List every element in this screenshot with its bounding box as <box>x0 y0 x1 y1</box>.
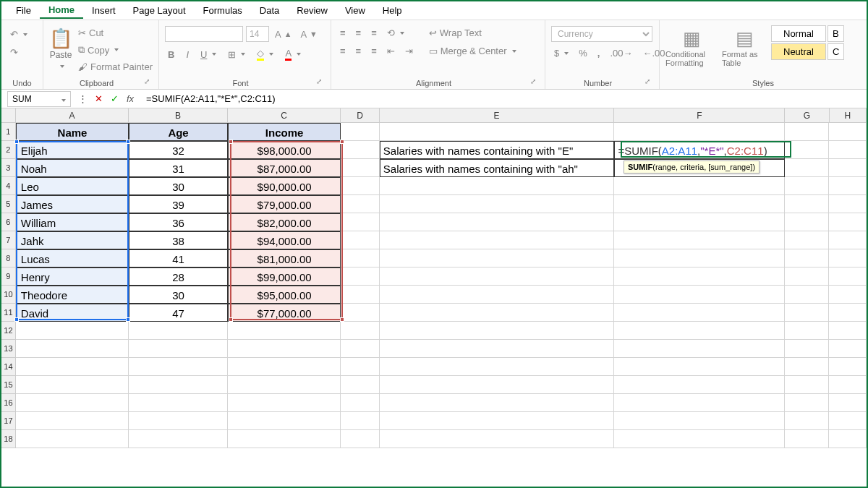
G3[interactable] <box>785 159 829 177</box>
comma-format-button[interactable]: , <box>595 46 603 60</box>
D15[interactable] <box>341 376 380 394</box>
name-box[interactable]: SUM <box>7 91 71 107</box>
row-header-15[interactable]: 15 <box>1 376 16 394</box>
F14[interactable] <box>614 358 785 376</box>
E17[interactable] <box>380 412 615 430</box>
row-header-4[interactable]: 4 <box>1 177 16 195</box>
cell-age-6[interactable]: 36 <box>129 213 228 231</box>
G14[interactable] <box>785 358 829 376</box>
increase-decimal-button[interactable]: .00→ <box>607 46 635 60</box>
font-size-select[interactable] <box>246 26 269 42</box>
align-middle-button[interactable]: ≡ <box>353 26 365 40</box>
menu-formulas[interactable]: Formulas <box>195 3 251 18</box>
G18[interactable] <box>785 430 829 448</box>
F15[interactable] <box>614 376 785 394</box>
header-name[interactable]: Name <box>16 123 129 141</box>
alignment-launcher[interactable]: ⤢ <box>530 77 539 89</box>
F8[interactable] <box>614 249 785 267</box>
H6[interactable] <box>829 213 867 231</box>
decrease-font-button[interactable]: A▼ <box>297 27 320 41</box>
row-header-17[interactable]: 17 <box>1 412 16 430</box>
E13[interactable] <box>380 340 615 358</box>
percent-format-button[interactable]: % <box>576 46 590 60</box>
H13[interactable] <box>829 340 867 358</box>
E2[interactable]: Salaries with names containing with "E" <box>380 141 615 159</box>
cell-name-10[interactable]: Theodore <box>16 286 129 304</box>
cell-income-10[interactable]: $95,000.00 <box>228 286 341 304</box>
D5[interactable] <box>341 195 380 213</box>
F6[interactable] <box>614 213 785 231</box>
F5[interactable] <box>614 195 785 213</box>
E15[interactable] <box>380 376 615 394</box>
B17[interactable] <box>129 412 228 430</box>
format-painter-button[interactable]: 🖌Format Painter <box>75 60 156 74</box>
indent-decrease-button[interactable]: ⇤ <box>384 44 398 58</box>
cell-age-3[interactable]: 31 <box>129 159 228 177</box>
A16[interactable] <box>16 394 129 412</box>
cell-age-10[interactable]: 30 <box>129 286 228 304</box>
G4[interactable] <box>785 177 829 195</box>
H1[interactable] <box>829 123 867 141</box>
H14[interactable] <box>829 358 867 376</box>
cell-name-8[interactable]: Lucas <box>16 249 129 267</box>
cut-button[interactable]: ✂Cut <box>75 26 156 40</box>
G6[interactable] <box>785 213 829 231</box>
cell-style-normal[interactable]: Normal <box>771 25 826 42</box>
cell-name-5[interactable]: James <box>16 195 129 213</box>
number-launcher[interactable]: ⤢ <box>644 77 653 89</box>
align-bottom-button[interactable]: ≡ <box>368 26 380 40</box>
increase-font-button[interactable]: A▲ <box>272 27 294 41</box>
E1[interactable] <box>380 123 615 141</box>
font-name-select[interactable] <box>165 26 243 42</box>
merge-center-button[interactable]: ▭Merge & Center <box>426 44 519 58</box>
row-header-11[interactable]: 11 <box>1 304 16 322</box>
C18[interactable] <box>228 430 341 448</box>
A17[interactable] <box>16 412 129 430</box>
F10[interactable] <box>614 286 785 304</box>
align-top-button[interactable]: ≡ <box>337 26 349 40</box>
C17[interactable] <box>228 412 341 430</box>
borders-button[interactable]: ⊞ <box>225 48 248 61</box>
cell-name-9[interactable]: Henry <box>16 267 129 286</box>
F2[interactable]: =SUMIF(A2:A11,"*E*",C2:C11) <box>614 141 785 159</box>
font-color-button[interactable]: A <box>282 46 304 62</box>
row-header-8[interactable]: 8 <box>1 249 16 267</box>
indent-increase-button[interactable]: ⇥ <box>402 44 416 58</box>
clipboard-launcher[interactable]: ⤢ <box>144 77 153 89</box>
row-header-9[interactable]: 9 <box>1 267 16 286</box>
E12[interactable] <box>380 322 615 340</box>
cell-income-9[interactable]: $99,000.00 <box>228 267 341 286</box>
H7[interactable] <box>829 231 867 249</box>
cell-name-2[interactable]: Elijah <box>16 141 129 159</box>
D17[interactable] <box>341 412 380 430</box>
C14[interactable] <box>228 358 341 376</box>
E3[interactable]: Salaries with names containing with "ah" <box>380 159 615 177</box>
bold-button[interactable]: B <box>165 48 177 61</box>
cell-income-7[interactable]: $94,000.00 <box>228 231 341 249</box>
row-header-7[interactable]: 7 <box>1 231 16 249</box>
D16[interactable] <box>341 394 380 412</box>
E7[interactable] <box>380 231 615 249</box>
A18[interactable] <box>16 430 129 448</box>
H18[interactable] <box>829 430 867 448</box>
G5[interactable] <box>785 195 829 213</box>
col-header-H[interactable]: H <box>830 108 867 123</box>
G11[interactable] <box>785 304 829 322</box>
header-income[interactable]: Income <box>228 123 341 141</box>
conditional-formatting-button[interactable]: ▦ Conditional Formatting <box>665 23 718 67</box>
H17[interactable] <box>829 412 867 430</box>
cancel-formula-button[interactable]: ✕ <box>91 93 106 104</box>
E14[interactable] <box>380 358 615 376</box>
enter-formula-button[interactable]: ✓ <box>107 93 122 104</box>
cell-income-4[interactable]: $90,000.00 <box>228 177 341 195</box>
F16[interactable] <box>614 394 785 412</box>
cell-name-3[interactable]: Noah <box>16 159 129 177</box>
B13[interactable] <box>129 340 228 358</box>
B12[interactable] <box>129 322 228 340</box>
italic-button[interactable]: I <box>183 48 192 61</box>
row-header-6[interactable]: 6 <box>1 213 16 231</box>
header-age[interactable]: Age <box>129 123 228 141</box>
font-launcher[interactable]: ⤢ <box>316 77 325 89</box>
E4[interactable] <box>380 177 615 195</box>
align-right-button[interactable]: ≡ <box>368 44 380 58</box>
